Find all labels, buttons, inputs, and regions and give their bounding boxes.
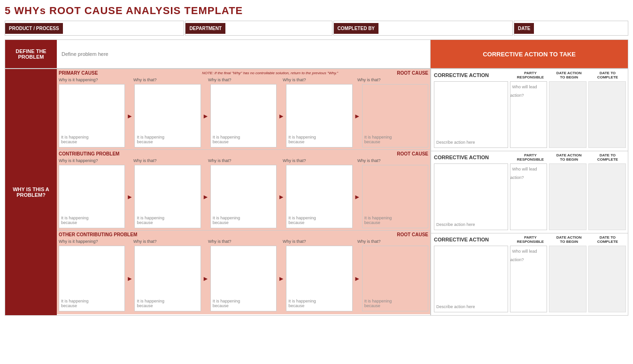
contrib-box5[interactable]: It is happeningbecause [362,165,428,228]
department-label: DEPARTMENT [185,23,225,34]
primary-box1[interactable]: It is happeningbecause [59,84,125,147]
department-input[interactable] [225,21,332,35]
col-c-why4: Why is that? [281,158,355,164]
contributing-root-label: ROOT CAUSE [397,151,428,156]
ca1-begin-box[interactable] [549,81,587,148]
date-input[interactable] [534,21,628,35]
col-c-why2: Why is that? [131,158,206,164]
c-arrow4: ► [354,193,361,201]
other-box4[interactable]: It is happeningbecause [286,246,352,311]
ca3-complete-box[interactable] [588,246,626,312]
ca1-begin-label: DATE ACTION TO BEGIN [550,71,588,79]
other-box1[interactable]: It is happeningbecause [59,246,125,311]
ca3-action-text: Describe action here [436,304,475,309]
primary-box3[interactable]: It is happeningbecause [210,84,277,147]
ca2-who-text: Who will leadaction? [510,165,537,182]
ca3-begin-box[interactable] [549,246,587,312]
ca3-begin-label: DATE ACTION TO BEGIN [550,235,588,244]
section-primary: PRIMARY CAUSE NOTE: If the final "Why" h… [57,69,430,150]
o-arrow1: ► [126,275,133,282]
col-o-why2: Why is that? [131,239,206,245]
section-contributing-top: CONTRIBUTING PROBLEM ROOT CAUSE [57,150,430,158]
col-o-why1: Why is it happening? [57,239,131,245]
ca2-action-text: Describe action here [436,222,475,227]
arrow4: ► [354,112,361,120]
ca2-action-box[interactable]: Describe action here [434,163,508,230]
corrective-action-header: CORRECTIVE ACTION TO TAKE [431,40,628,68]
ca1-complete-box[interactable] [588,81,626,148]
ca1-who-text: Who will leadaction? [510,83,537,100]
main-container: DEFINE THEPROBLEM CORRECTIVE ACTION TO T… [5,39,628,316]
c-arrow3: ► [278,193,285,201]
ca-right: CORRECTIVE ACTION PARTY RESPONSIBLE DATE… [431,69,628,315]
primary-boxes: It is happeningbecause ► It is happening… [57,83,430,149]
product-input[interactable] [63,21,184,35]
o-arrow3: ► [278,275,285,282]
why-sections: PRIMARY CAUSE NOTE: If the final "Why" h… [57,69,431,315]
ca1-party-label: PARTY RESPONSIBLE [511,71,549,79]
section-contributing: CONTRIBUTING PROBLEM ROOT CAUSE Why is i… [57,150,430,231]
c-arrow1: ► [126,193,133,201]
ca2-complete-box[interactable] [588,163,626,230]
ca3-action-label: CORRECTIVE ACTION [433,237,511,242]
other-box2[interactable]: It is happeningbecause [134,246,201,311]
ca2-begin-label: DATE ACTION TO BEGIN [550,153,588,162]
col-c-why5: Why is that? [355,158,430,164]
define-input-area[interactable] [57,40,431,68]
why-left-label: WHY IS THIS APROBLEM? [5,69,57,315]
completed-by-label: COMPLETED BY [334,23,378,34]
ca1-action-box[interactable]: Describe action here [434,81,508,148]
ca2-begin-box[interactable] [549,163,587,230]
page-title: 5 WHYs ROOT CAUSE ANALYSIS TEMPLATE [5,5,628,17]
define-problem-input[interactable] [57,40,430,68]
contributing-cols: Why is it happening? Why is that? Why is… [57,158,430,164]
primary-cols: Why is it happening? Why is that? Why is… [57,77,430,83]
other-box3[interactable]: It is happeningbecause [210,246,277,311]
arrow3: ► [278,112,285,120]
date-label: DATE [514,23,534,34]
col-c-why3: Why is that? [206,158,281,164]
header-row: PRODUCT / PROCESS DEPARTMENT COMPLETED B… [5,21,628,36]
other-box5[interactable]: It is happeningbecause [362,246,428,311]
col-why5: Why is that? [355,77,430,83]
other-cols: Why is it happening? Why is that? Why is… [57,239,430,245]
ca3-who-text: Who will leadaction? [510,247,537,264]
primary-box5[interactable]: It is happeningbecause [362,84,428,147]
contrib-box4[interactable]: It is happeningbecause [286,165,352,228]
ca1-party-box[interactable]: Who will leadaction? [510,81,548,148]
ca3-party-label: PARTY RESPONSIBLE [511,235,549,244]
ca1-complete-label: DATE TO COMPLETE [588,71,627,79]
col-o-why5: Why is that? [355,239,430,245]
contrib-box3[interactable]: It is happeningbecause [210,165,277,228]
body-row: WHY IS THIS APROBLEM? PRIMARY CAUSE NOTE… [5,69,628,315]
other-title: OTHER CONTRIBUTING PROBLEM [59,232,143,237]
primary-root-label: ROOT CAUSE [397,70,428,76]
primary-box4[interactable]: It is happeningbecause [286,84,352,147]
ca3-action-box[interactable]: Describe action here [434,246,508,312]
arrow2: ► [202,112,209,120]
contrib-box1[interactable]: It is happeningbecause [59,165,125,228]
other-boxes: It is happeningbecause ► It is happening… [57,245,430,314]
col-o-why4: Why is that? [281,239,355,245]
col-o-why3: Why is that? [206,239,281,245]
c-arrow2: ► [202,193,209,201]
completed-by-input[interactable] [378,21,512,35]
col-why1: Why is it happening? [57,77,131,83]
primary-box2[interactable]: It is happeningbecause [134,84,201,147]
arrow1: ► [126,112,133,120]
product-label: PRODUCT / PROCESS [5,23,63,34]
contributing-boxes: It is happeningbecause ► It is happening… [57,164,430,230]
col-c-why1: Why is it happening? [57,158,131,164]
other-root-label: ROOT CAUSE [397,232,428,237]
define-row: DEFINE THEPROBLEM CORRECTIVE ACTION TO T… [5,40,628,69]
ca2-party-box[interactable]: Who will leadaction? [510,163,548,230]
section-primary-top: PRIMARY CAUSE NOTE: If the final "Why" h… [57,69,430,77]
contributing-title: CONTRIBUTING PROBLEM [59,151,143,156]
ca-section3: CORRECTIVE ACTION PARTY RESPONSIBLE DATE… [431,233,628,315]
ca-section1: CORRECTIVE ACTION PARTY RESPONSIBLE DATE… [431,69,628,151]
col-why3: Why is that? [206,77,281,83]
ca3-party-box[interactable]: Who will leadaction? [510,246,548,312]
ca3-complete-label: DATE TO COMPLETE [588,235,627,244]
contrib-box2[interactable]: It is happeningbecause [134,165,201,228]
col-why4: Why is that? [281,77,355,83]
